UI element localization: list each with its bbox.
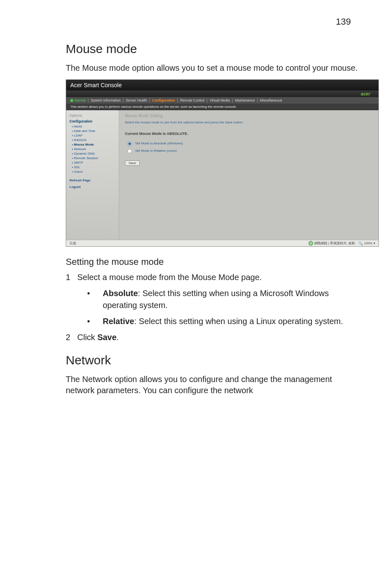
intro-network: The Network option allows you to configu…	[66, 374, 359, 396]
tab-separator: |	[121, 98, 126, 102]
sidebar-item-smtp[interactable]: SMTP	[69, 160, 115, 165]
step-2: 2 Click Save.	[66, 331, 359, 343]
sidebar-refresh-page[interactable]: Refresh Page	[69, 176, 115, 183]
sidebar-item-users[interactable]: Users	[69, 169, 115, 174]
step-2-suffix: .	[117, 333, 119, 342]
bullet-relative: • Relative: Select this setting when usi…	[87, 315, 359, 327]
tab-configuration[interactable]: Configuration	[152, 98, 175, 102]
page-number: 139	[66, 16, 359, 27]
radio-relative[interactable]: Set Mode to Relative (Linux)	[125, 147, 373, 154]
sidebar-item-network[interactable]: Network	[69, 147, 115, 151]
radio-relative-label: Set Mode to Relative (Linux)	[135, 149, 177, 153]
bullet-relative-rest: : Select this setting when using a Linux…	[134, 317, 343, 326]
current-mode-state: Current Mouse Mode is ABSOLUTE.	[125, 132, 373, 136]
tab-virtual-media[interactable]: Virtual Media	[210, 98, 230, 102]
sidebar-item-date-time[interactable]: Date and Time	[69, 129, 115, 133]
main-tabs: Normal | System Information | Server Hea…	[66, 97, 378, 104]
chevron-down-icon: ▾	[374, 241, 375, 245]
panel-description: Select the mouse mode to use from the op…	[125, 120, 373, 124]
brand-bar: acer	[66, 90, 378, 97]
tab-separator: |	[255, 98, 260, 102]
sidebar-item-mouse-mode[interactable]: Mouse Mode	[69, 142, 115, 147]
bullet-marker: •	[87, 315, 103, 327]
status-label: Normal	[74, 98, 85, 102]
sidebar-item-radius[interactable]: RADIUS	[69, 138, 115, 142]
step-1-text: Select a mouse mode from the Mouse Mode …	[77, 271, 262, 283]
sidebar-item-remote-session[interactable]: Remote Session	[69, 156, 115, 160]
step-2-marker: 2	[66, 331, 77, 343]
bullet-absolute: • Absolute: Select this setting when usi…	[87, 287, 359, 311]
status-indicator: Normal	[70, 98, 85, 102]
bullet-relative-label: Relative	[103, 317, 134, 326]
intro-mouse-mode: The Mouse mode option allows you to set …	[66, 63, 359, 74]
screenshot: Acer Smart Console acer Normal | System …	[66, 79, 379, 247]
radio-relative-input[interactable]	[127, 149, 131, 153]
step-1: 1 Select a mouse mode from the Mouse Mod…	[66, 271, 359, 283]
radio-absolute-label: Set Mode to Absolute (Windows)	[135, 141, 183, 145]
sidebar-logout[interactable]: Logout	[69, 183, 115, 190]
tab-separator: |	[147, 98, 152, 102]
bullet-absolute-label: Absolute	[103, 289, 138, 298]
statusbar-zoom-value: 100%	[364, 241, 372, 245]
window-title: Acer Smart Console	[66, 80, 378, 90]
tab-separator: |	[175, 98, 180, 102]
sidebar-item-ssl[interactable]: SSL	[69, 165, 115, 169]
sidebar-header: Configuration	[69, 119, 115, 123]
heading-mouse-mode: Mouse mode	[66, 42, 359, 56]
statusbar-zone-text: 網際網路 | 受保護模式: 啟動	[314, 241, 355, 246]
tab-server-health[interactable]: Server Health	[126, 98, 147, 102]
sidebar-item-dynamic-dns[interactable]: Dynamic DNS	[69, 151, 115, 156]
browser-status-bar: 完成 網際網路 | 受保護模式: 啟動 🔍 100% ▾	[66, 240, 378, 246]
save-button[interactable]: Save	[125, 160, 140, 166]
tab-separator: |	[230, 98, 235, 102]
statusbar-zoom[interactable]: 🔍 100% ▾	[358, 241, 375, 246]
radio-absolute[interactable]: Set Mode to Absolute (Windows)	[125, 140, 373, 146]
tab-remote-control[interactable]: Remote Control	[180, 98, 205, 102]
sidebar-item-ldap[interactable]: LDAP	[69, 133, 115, 138]
tab-separator: |	[205, 98, 210, 102]
info-bar: This section allows you to perform vario…	[66, 104, 378, 110]
sidebar-item-alerts[interactable]: Alerts	[69, 124, 115, 129]
sidebar: Options Configuration Alerts Date and Ti…	[66, 110, 119, 240]
panel-title: Mouse Mode Setting	[125, 114, 373, 118]
main-panel: Mouse Mode Setting Select the mouse mode…	[119, 110, 378, 240]
heading-setting-mouse-mode: Setting the mouse mode	[66, 257, 359, 267]
step-1-marker: 1	[66, 271, 77, 283]
tab-maintenance[interactable]: Maintenance	[235, 98, 255, 102]
tab-separator: |	[85, 98, 90, 102]
tab-system-information[interactable]: System Information	[91, 98, 121, 102]
statusbar-left: 完成	[69, 241, 76, 246]
radio-absolute-input[interactable]	[127, 141, 131, 146]
step-2-action: Save	[97, 333, 117, 342]
step-2-prefix: Click	[77, 333, 97, 342]
bullet-marker: •	[87, 287, 103, 311]
status-dot-icon	[70, 99, 73, 102]
globe-icon	[309, 241, 313, 246]
magnifier-icon: 🔍	[358, 241, 363, 246]
tab-miscellaneous[interactable]: Miscellaneous	[260, 98, 282, 102]
sidebar-group-label: Options	[69, 114, 115, 118]
statusbar-zone: 網際網路 | 受保護模式: 啟動	[309, 241, 355, 246]
heading-network: Network	[66, 353, 359, 367]
screenshot-figure: Acer Smart Console acer Normal | System …	[66, 79, 359, 247]
